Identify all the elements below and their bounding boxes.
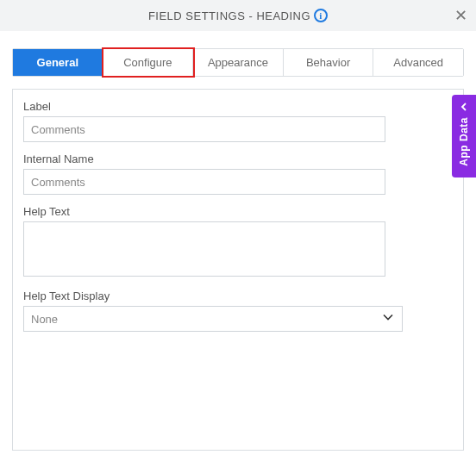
tab-advanced[interactable]: Advanced [373,49,463,76]
help-text-input[interactable] [23,221,385,277]
help-text-label: Help Text [23,205,453,218]
general-panel: Label Internal Name Help Text Help Text … [12,89,464,451]
tab-general[interactable]: General [13,49,103,76]
internal-name-label: Internal Name [23,153,453,165]
help-text-display-label: Help Text Display [23,290,453,302]
dialog-title: FIELD SETTINGS - HEADING [148,9,310,22]
chevron-left-icon [460,102,468,114]
info-icon[interactable]: i [314,9,328,22]
tab-behavior[interactable]: Behavior [284,49,374,76]
internal-name-input[interactable] [23,169,385,195]
close-icon[interactable]: ✕ [454,0,468,31]
dialog-header: FIELD SETTINGS - HEADING i ✕ [0,0,476,31]
label-field-label: Label [23,100,453,113]
label-input[interactable] [23,116,385,142]
app-data-label: App Data [458,117,470,166]
help-text-display-select[interactable]: None [23,306,403,332]
tab-configure[interactable]: Configure [103,49,194,76]
help-text-display-value: None [31,313,58,326]
app-data-panel-toggle[interactable]: App Data [452,95,476,177]
tab-bar: General Configure Appearance Behavior Ad… [12,48,464,77]
tab-appearance[interactable]: Appearance [193,49,284,76]
